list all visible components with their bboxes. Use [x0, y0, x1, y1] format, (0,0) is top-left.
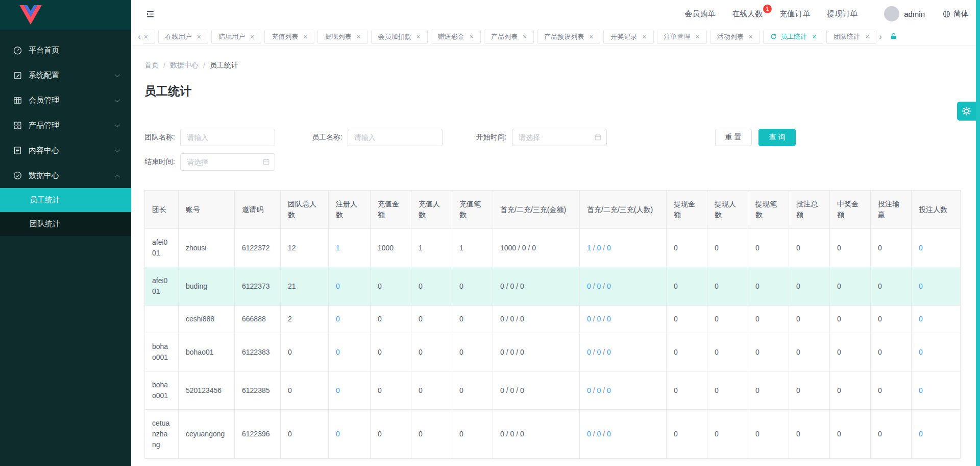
first_users-link[interactable]: 0 — [607, 386, 611, 394]
sidebar-item-content-center[interactable]: 内容中心 — [0, 138, 131, 163]
cell-bet_winloss: 0 — [871, 371, 912, 410]
username: admin — [904, 10, 925, 18]
staff-name-filter: 员工名称: — [312, 129, 443, 146]
sidebar-item-staff-stats[interactable]: 员工统计 — [0, 188, 131, 212]
chevron-down-icon — [115, 97, 120, 102]
cell-account: bohao01 — [179, 333, 235, 371]
first_users-link[interactable]: 0 — [607, 282, 611, 290]
tab-product-preset-list[interactable]: 产品预设列表 × — [537, 30, 600, 44]
tab-activity-list[interactable]: 活动列表 × — [710, 30, 760, 44]
chevron-down-icon — [115, 72, 120, 77]
chevron-left-icon[interactable]: ‹ — [135, 32, 143, 41]
user-menu[interactable]: admin — [884, 6, 925, 21]
close-icon[interactable]: × — [749, 33, 753, 40]
registered-link[interactable]: 0 — [336, 348, 340, 356]
close-icon[interactable]: × — [642, 33, 646, 40]
cell-team_total: 0 — [281, 371, 329, 410]
settings-gear-button[interactable] — [957, 102, 976, 121]
scrollbar[interactable] — [976, 0, 980, 466]
bet_users-link[interactable]: 0 — [919, 348, 923, 356]
end-time-input[interactable] — [180, 153, 275, 171]
breadcrumb-home[interactable]: 首页 — [144, 61, 159, 70]
start-time-input[interactable] — [512, 129, 607, 146]
tab-recharge-list[interactable]: 充值列表 × — [264, 30, 314, 44]
first_users-link[interactable]: 0 — [587, 315, 591, 323]
cell-first_amount: 0 / 0 / 0 — [493, 410, 580, 459]
close-icon[interactable]: × — [250, 33, 254, 40]
tab-member-adjustments[interactable]: 会员加扣款 × — [371, 30, 428, 44]
tab-team-stats[interactable]: 团队统计 × — [826, 30, 876, 44]
collapse-sidebar-icon[interactable] — [145, 9, 155, 19]
sidebar-item-platform-home[interactable]: 平台首页 — [0, 38, 131, 63]
registered-link[interactable]: 0 — [336, 386, 340, 394]
first_users-link[interactable]: 0 — [607, 244, 611, 252]
close-icon[interactable]: × — [812, 33, 816, 40]
bet_users-link[interactable]: 0 — [919, 386, 923, 394]
language-switcher[interactable]: 简体 — [942, 9, 969, 19]
topnav-member-orders[interactable]: 会员购单 — [684, 9, 718, 19]
cell-bet_winloss: 0 — [871, 229, 912, 267]
tab-liang[interactable]: 量 × — [143, 30, 155, 44]
cell-invite: 6122396 — [235, 410, 281, 459]
close-icon[interactable]: × — [144, 33, 148, 40]
chevron-right-icon[interactable]: › — [876, 32, 885, 41]
tab-staff-stats[interactable]: 员工统计 × — [763, 30, 823, 44]
search-button[interactable]: 查 询 — [758, 129, 796, 146]
tab-product-list[interactable]: 产品列表 × — [484, 30, 534, 44]
sidebar-item-team-stats[interactable]: 团队统计 — [0, 212, 131, 236]
tab-bet-orders[interactable]: 注单管理 × — [657, 30, 707, 44]
first_users-link[interactable]: 0 — [587, 348, 591, 356]
first_users-link[interactable]: 0 — [607, 348, 611, 356]
close-icon[interactable]: × — [696, 33, 700, 40]
first_users-link[interactable]: 0 — [607, 315, 611, 323]
team-name-input[interactable] — [180, 129, 275, 146]
close-icon[interactable]: × — [356, 33, 360, 40]
topnav-online-count[interactable]: 在线人数1 — [732, 9, 766, 19]
registered-link[interactable]: 1 — [336, 244, 340, 252]
registered-link[interactable]: 0 — [336, 315, 340, 323]
first_users-link[interactable]: 0 — [607, 430, 611, 438]
bet_users-link[interactable]: 0 — [919, 282, 923, 290]
sidebar-item-product-management[interactable]: 产品管理 — [0, 113, 131, 138]
close-icon[interactable]: × — [589, 33, 593, 40]
close-icon[interactable]: × — [197, 33, 201, 40]
unlock-icon[interactable] — [890, 33, 897, 40]
bet_users-link[interactable]: 0 — [919, 315, 923, 323]
close-icon[interactable]: × — [470, 33, 474, 40]
refresh-icon[interactable] — [770, 33, 777, 40]
tab-online-users[interactable]: 在线用户 × — [158, 30, 208, 44]
staff-name-input[interactable] — [348, 129, 443, 146]
sidebar-item-system-config[interactable]: 系统配置 — [0, 63, 131, 88]
bet_users-link[interactable]: 0 — [919, 244, 923, 252]
column-header: 投注输赢 — [871, 191, 912, 229]
breadcrumb-data-center[interactable]: 数据中心 — [170, 61, 199, 70]
first_users-link[interactable]: 1 — [587, 244, 591, 252]
cell-first_users: 0 / 0 / 0 — [580, 410, 667, 459]
bet_users-link[interactable]: 0 — [919, 430, 923, 438]
cell-account: buding — [179, 267, 235, 306]
tab-gift-bonus[interactable]: 赠送彩金 × — [431, 30, 481, 44]
close-icon[interactable]: × — [303, 33, 307, 40]
close-icon[interactable]: × — [865, 33, 869, 40]
column-header: 团长 — [145, 191, 179, 229]
first_users-link[interactable]: 0 — [587, 430, 591, 438]
reset-button[interactable]: 重 置 — [715, 129, 752, 146]
sidebar-item-member-management[interactable]: 会员管理 — [0, 88, 131, 113]
tab-withdraw-list[interactable]: 提现列表 × — [317, 30, 368, 44]
tab-peiwan-users[interactable]: 陪玩用户 × — [211, 30, 261, 44]
column-header: 提现笔数 — [748, 191, 789, 229]
first_users-link[interactable]: 0 — [587, 282, 591, 290]
cell-first_users: 0 / 0 / 0 — [580, 371, 667, 410]
vue-logo-icon[interactable] — [19, 5, 42, 25]
avatar — [884, 6, 899, 21]
topnav-recharge-orders[interactable]: 充值订单 — [779, 9, 813, 19]
sidebar-item-data-center[interactable]: 数据中心 — [0, 163, 131, 188]
tab-lottery-records[interactable]: 开奖记录 × — [603, 30, 653, 44]
cell-first_amount: 0 / 0 / 0 — [493, 371, 580, 410]
registered-link[interactable]: 0 — [336, 430, 340, 438]
registered-link[interactable]: 0 — [336, 282, 340, 290]
close-icon[interactable]: × — [416, 33, 421, 40]
first_users-link[interactable]: 0 — [587, 386, 591, 394]
close-icon[interactable]: × — [523, 33, 527, 40]
topnav-withdraw-orders[interactable]: 提现订单 — [827, 9, 861, 19]
